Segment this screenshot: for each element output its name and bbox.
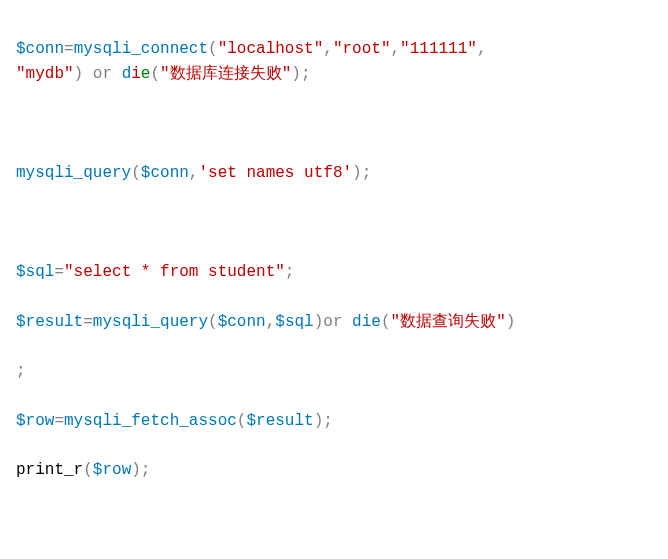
str-connfail: "数据库连接失败" (160, 65, 291, 83)
var-result: $result (16, 313, 83, 331)
func-printr: print_r (16, 461, 83, 479)
var-row: $row (16, 412, 54, 430)
var-row: $row (93, 461, 131, 479)
var-sql: $sql (275, 313, 313, 331)
code-line-2: mysqli_query($conn,'set names utf8'); (16, 161, 652, 186)
func-mysqli-query: mysqli_query (16, 164, 131, 182)
str-select: "select * from student" (64, 263, 285, 281)
kw-or2: or (323, 313, 342, 331)
var-conn: $conn (141, 164, 189, 182)
code-line-1: $conn=mysqli_connect("localhost","root",… (16, 37, 652, 87)
var-conn: $conn (218, 313, 266, 331)
str-root: "root" (333, 40, 391, 58)
var-sql: $sql (16, 263, 54, 281)
kw-die2: die (352, 313, 381, 331)
var-conn: $conn (16, 40, 64, 58)
code-block: $conn=mysqli_connect("localhost","root",… (16, 12, 652, 559)
str-setnames: 'set names utf8' (198, 164, 352, 182)
func-fetch-assoc: mysqli_fetch_assoc (64, 412, 237, 430)
code-line-4: $result=mysqli_query($conn,$sql)or die("… (16, 310, 652, 335)
code-line-3: $sql="select * from student"; (16, 260, 652, 285)
semi: ; (16, 362, 26, 380)
code-line-5: ; (16, 359, 652, 384)
str-pass: "111111" (400, 40, 477, 58)
func-mysqli-query2: mysqli_query (93, 313, 208, 331)
code-line-6: $row=mysqli_fetch_assoc($result); (16, 409, 652, 434)
func-mysqli-connect: mysqli_connect (74, 40, 208, 58)
var-result: $result (246, 412, 313, 430)
code-line-7: print_r($row); (16, 458, 652, 483)
kw-or: or (93, 65, 112, 83)
str-db: "mydb" (16, 65, 74, 83)
str-queryfail: "数据查询失败" (391, 313, 506, 331)
str-localhost: "localhost" (218, 40, 324, 58)
kw-die: die (122, 65, 151, 83)
